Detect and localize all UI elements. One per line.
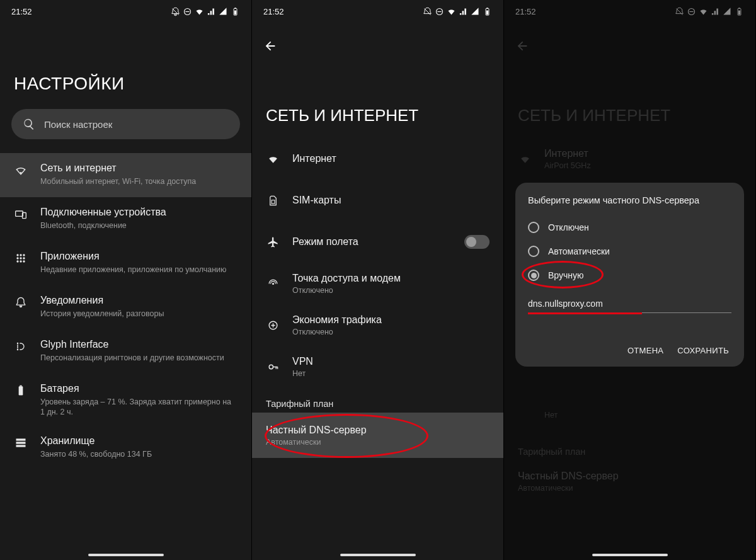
svg-rect-21 bbox=[20, 386, 21, 387]
item-sub: Автоматически bbox=[266, 438, 490, 447]
net-item-airplane[interactable]: Режим полета bbox=[252, 221, 503, 263]
hotspot-icon bbox=[267, 278, 279, 290]
svg-point-9 bbox=[16, 254, 18, 256]
svg-rect-5 bbox=[234, 10, 236, 14]
settings-item-network[interactable]: Сеть и интернет Мобильный интернет, Wi-F… bbox=[0, 153, 251, 197]
svg-point-11 bbox=[23, 254, 25, 256]
svg-rect-29 bbox=[486, 8, 488, 8]
net-item-hotspot[interactable]: Точка доступа и модем Отключено bbox=[252, 263, 503, 304]
settings-item-devices[interactable]: Подключенные устройства Bluetooth, подкл… bbox=[0, 197, 251, 241]
svg-point-18 bbox=[17, 343, 19, 345]
settings-item-notifications[interactable]: Уведомления История уведомлений, разгово… bbox=[0, 285, 251, 329]
status-icons bbox=[423, 7, 492, 16]
apps-icon bbox=[14, 252, 27, 265]
airplane-toggle[interactable] bbox=[464, 235, 490, 249]
wifi-icon bbox=[267, 153, 279, 165]
item-sub: Мобильный интернет, Wi-Fi, точка доступа bbox=[40, 176, 238, 186]
back-arrow-icon bbox=[263, 39, 277, 53]
item-sub: Персонализация рингтонов и другие возмож… bbox=[40, 353, 238, 363]
item-sub: Занято 48 %, свободно 134 ГБ bbox=[40, 449, 238, 459]
svg-point-6 bbox=[20, 172, 22, 174]
cancel-button[interactable]: ОТМЕНА bbox=[627, 346, 663, 355]
item-title: VPN bbox=[292, 355, 490, 369]
svg-point-34 bbox=[269, 365, 273, 369]
search-input[interactable]: Поиск настроек bbox=[11, 109, 240, 139]
status-icons bbox=[171, 7, 240, 16]
signal-icon bbox=[207, 7, 216, 16]
dnd-icon bbox=[423, 7, 432, 16]
save-button[interactable]: СОХРАНИТЬ bbox=[677, 346, 729, 355]
svg-point-16 bbox=[20, 260, 21, 262]
item-title: Интернет bbox=[292, 152, 490, 166]
section-plan: Тарифный план bbox=[252, 387, 503, 413]
svg-rect-30 bbox=[486, 10, 488, 14]
radio-off[interactable]: Отключен bbox=[528, 215, 731, 239]
svg-rect-4 bbox=[234, 8, 236, 8]
radio-label: Автоматически bbox=[548, 246, 610, 256]
radio-auto[interactable]: Автоматически bbox=[528, 239, 731, 263]
glyph-icon bbox=[14, 340, 27, 353]
phone-screen-2: 21:52 СЕТЬ И ИНТЕРНЕТ Интернет SIM-карты… bbox=[252, 0, 504, 560]
page-title: СЕТЬ И ИНТЕРНЕТ bbox=[252, 55, 503, 138]
circle-icon bbox=[183, 7, 192, 16]
dns-hostname-input[interactable]: dns.nullsproxy.com bbox=[528, 299, 731, 313]
item-title: Частный DNS-сервер bbox=[266, 424, 490, 437]
svg-point-12 bbox=[16, 257, 18, 259]
svg-point-32 bbox=[272, 282, 273, 284]
item-sub: Недавние приложения, приложения по умолч… bbox=[40, 265, 238, 275]
home-indicator[interactable] bbox=[88, 554, 164, 556]
net-item-sim[interactable]: SIM-карты bbox=[252, 180, 503, 221]
dns-dialog: Выберите режим частного DNS-сервера Откл… bbox=[515, 183, 744, 367]
item-title: Приложения bbox=[40, 250, 238, 263]
settings-item-apps[interactable]: Приложения Недавние приложения, приложен… bbox=[0, 241, 251, 285]
dialog-title: Выберите режим частного DNS-сервера bbox=[528, 195, 731, 205]
item-sub: Bluetooth, подключение bbox=[40, 220, 238, 231]
item-sub: Уровень заряда – 71 %. Заряда хватит при… bbox=[40, 397, 238, 418]
item-title: Батарея bbox=[40, 382, 238, 396]
status-bar: 21:52 bbox=[0, 0, 251, 20]
settings-item-storage[interactable]: Хранилище Занято 48 %, свободно 134 ГБ bbox=[0, 426, 251, 470]
storage-icon bbox=[14, 437, 27, 449]
search-placeholder: Поиск настроек bbox=[44, 119, 112, 130]
battery-icon bbox=[14, 384, 27, 397]
settings-item-glyph[interactable]: Glyph Interface Персонализация рингтонов… bbox=[0, 329, 251, 374]
item-sub: История уведомлений, разговоры bbox=[40, 309, 238, 319]
radio-label: Вручную bbox=[548, 270, 584, 280]
wifi-icon bbox=[447, 7, 456, 16]
net-item-datasaver[interactable]: Экономия трафика Отключено bbox=[252, 304, 503, 346]
item-title: Точка доступа и модем bbox=[292, 272, 490, 285]
item-sub: Нет bbox=[292, 369, 490, 378]
svg-point-17 bbox=[23, 260, 25, 262]
battery-icon bbox=[231, 7, 240, 16]
svg-rect-7 bbox=[16, 211, 23, 216]
signal2-icon bbox=[471, 7, 480, 16]
radio-label: Отключен bbox=[548, 222, 589, 232]
item-title: Glyph Interface bbox=[40, 338, 238, 351]
radio-icon bbox=[528, 270, 539, 281]
svg-point-13 bbox=[20, 257, 21, 259]
svg-point-14 bbox=[23, 257, 25, 259]
search-icon bbox=[23, 118, 35, 130]
back-button[interactable] bbox=[252, 20, 503, 55]
net-item-dns[interactable]: Частный DNS-сервер Автоматически bbox=[252, 413, 503, 458]
net-item-internet[interactable]: Интернет bbox=[252, 138, 503, 180]
radio-manual[interactable]: Вручную bbox=[528, 263, 731, 287]
net-item-vpn[interactable]: VPN Нет bbox=[252, 346, 503, 387]
svg-point-10 bbox=[20, 254, 21, 256]
settings-list: Сеть и интернет Мобильный интернет, Wi-F… bbox=[0, 153, 251, 470]
item-sub: Отключено bbox=[292, 286, 490, 295]
home-indicator[interactable] bbox=[340, 554, 416, 556]
item-title: Экономия трафика bbox=[292, 314, 490, 327]
wifi-icon bbox=[195, 7, 204, 16]
network-list: Интернет SIM-карты Режим полета Точка до… bbox=[252, 138, 503, 458]
item-title: Режим полета bbox=[292, 236, 452, 249]
circle-icon bbox=[435, 7, 444, 16]
airplane-icon bbox=[267, 236, 279, 248]
settings-item-battery[interactable]: Батарея Уровень заряда – 71 %. Заряда хв… bbox=[0, 374, 251, 426]
item-title: Подключенные устройства bbox=[40, 206, 238, 219]
home-indicator[interactable] bbox=[592, 554, 668, 556]
signal2-icon bbox=[219, 7, 228, 16]
item-title: SIM-карты bbox=[292, 194, 490, 207]
svg-point-15 bbox=[16, 260, 18, 262]
item-title: Уведомления bbox=[40, 294, 238, 307]
